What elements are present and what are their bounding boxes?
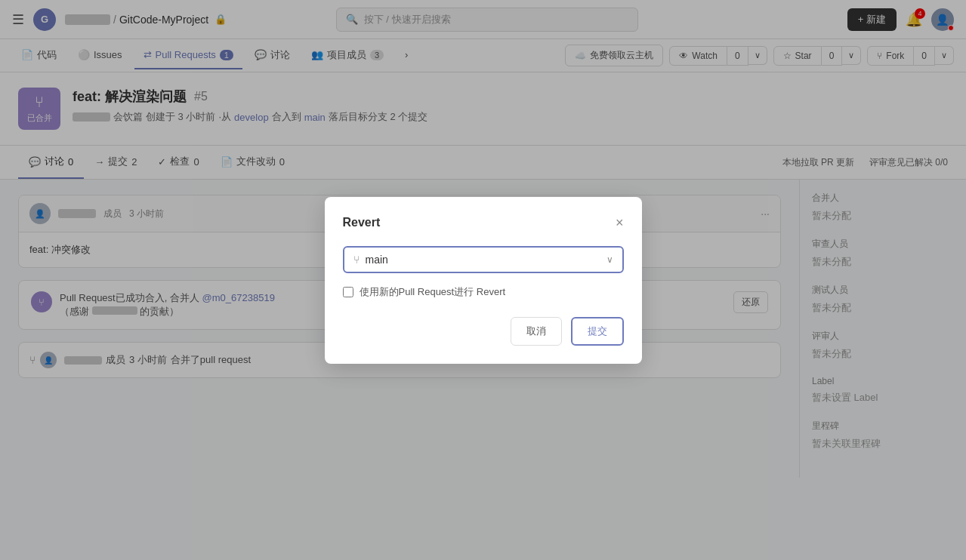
modal-overlay: Revert × ⑂ main ∨ 使用新的Pull Request进行 Rev… <box>0 0 966 560</box>
revert-checkbox[interactable] <box>343 287 353 297</box>
branch-select-icon: ⑂ <box>353 254 360 266</box>
modal-footer: 取消 提交 <box>343 317 624 346</box>
cancel-button[interactable]: 取消 <box>511 317 562 346</box>
submit-button[interactable]: 提交 <box>571 317 624 346</box>
branch-select-name: main <box>366 254 606 266</box>
modal-close-button[interactable]: × <box>616 215 624 231</box>
modal-header: Revert × <box>343 215 624 231</box>
revert-modal: Revert × ⑂ main ∨ 使用新的Pull Request进行 Rev… <box>325 197 642 364</box>
modal-body: ⑂ main ∨ 使用新的Pull Request进行 Revert <box>343 246 624 299</box>
checkbox-row: 使用新的Pull Request进行 Revert <box>343 285 624 299</box>
branch-select-arrow: ∨ <box>606 254 613 265</box>
modal-title: Revert <box>343 216 381 229</box>
branch-select[interactable]: ⑂ main ∨ <box>343 246 624 273</box>
checkbox-label: 使用新的Pull Request进行 Revert <box>360 285 506 299</box>
